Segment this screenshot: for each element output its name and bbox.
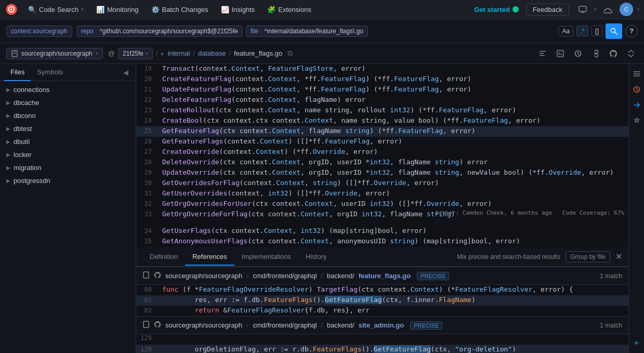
chevron-icon: ▶ [6, 152, 10, 158]
help-button[interactable]: ? [625, 25, 638, 37]
sidebar-item-connections[interactable]: ▶ connections [0, 83, 136, 96]
github-icon-button[interactable] [607, 47, 620, 60]
tab-files[interactable]: Files [4, 64, 31, 81]
blame-tooltip: Author: Camden Cheek, 6 months ago Code … [435, 210, 624, 216]
svg-line-5 [615, 32, 617, 34]
sidebar-item-dbcache[interactable]: ▶ dbcache [0, 96, 136, 109]
panel-icon-2[interactable] [631, 84, 642, 95]
nav-insights[interactable]: 📈 Insights [216, 4, 260, 16]
result-file-header-2: sourcegraph/sourcegraph › cmd/frontend/g… [136, 316, 628, 334]
svg-rect-3 [579, 6, 586, 11]
add-panel-button[interactable]: + [631, 337, 642, 349]
chevron-icon: ▶ [6, 126, 10, 132]
result-repo-link-2[interactable]: sourcegraph/sourcegraph [165, 321, 242, 329]
interface-code-lines: 19 Transact(context.Context, FeatureFlag… [136, 64, 628, 247]
result-filename-2[interactable]: site_admin.go [359, 321, 404, 329]
code-line: 22 DeleteFeatureFlag(context.Context, fl… [136, 95, 628, 106]
close-panel-button[interactable]: ✕ [615, 252, 622, 262]
file-filter[interactable]: file:^internal/database/feature_flags\.g… [246, 25, 368, 37]
path-sep-3: / [229, 49, 231, 57]
tab-implementations[interactable]: Implementations [234, 249, 298, 266]
search-submit-button[interactable] [606, 23, 622, 39]
tab-history[interactable]: History [298, 249, 334, 266]
nav-monitoring[interactable]: 📊 Monitoring [91, 4, 144, 16]
result-file-header-1: sourcegraph/sourcegraph › cmd/frontend/g… [136, 267, 628, 285]
case-button[interactable]: Aa [558, 26, 573, 36]
regex-button[interactable]: .* [576, 25, 588, 36]
code-line: 23 CreateRollout(ctx context.Context, na… [136, 106, 628, 116]
sidebar-collapse-button[interactable]: ◀ [120, 67, 132, 78]
tab-symbols[interactable]: Symbols [31, 64, 69, 81]
nav-insights-label: Insights [232, 6, 255, 14]
context-selector[interactable]: context:sourcegraph [6, 25, 72, 37]
repo-selector[interactable]: sourcegraph/sourcegraph ▾ [6, 48, 103, 59]
search-bar-row: context:sourcegraph repo:^github\.com/so… [0, 19, 644, 43]
repo-filter[interactable]: repo:^github\.com/sourcegraph/sourcegrap… [76, 25, 243, 37]
path-sep-2: / [193, 49, 195, 57]
chevron-icon: ▶ [6, 178, 10, 184]
code-line: 28 DeleteOverride(ctx context.Context, o… [136, 158, 628, 168]
tab-definition[interactable]: Definition [142, 249, 185, 266]
group-by-button[interactable]: Group by file [566, 251, 610, 263]
insights-icon: 📈 [221, 6, 229, 14]
chevron-down-icon-repo: ▾ [96, 51, 98, 56]
repo-value: ^github\.com/sourcegraph/sourcegraph$@21… [99, 28, 238, 35]
nav-icons: ▾ C ▾ [575, 2, 640, 17]
tab-references-label: References [192, 253, 227, 260]
sidebar-item-label: connections [14, 86, 129, 94]
precise-badge-1: PRECISE [417, 272, 449, 280]
svg-rect-11 [540, 55, 545, 56]
commit-selector[interactable]: 21f25fe ▾ [118, 48, 153, 59]
structural-button[interactable]: [] [592, 25, 602, 36]
mix-results-button[interactable]: Mix precise and search-based results [457, 253, 560, 260]
nav-batch-changes[interactable]: ⚙️ Batch Changes [146, 4, 214, 16]
copy-path-button[interactable]: ⧉ [287, 49, 293, 58]
panel-icon-3[interactable] [631, 99, 642, 111]
get-started-label: Get started [474, 6, 510, 14]
result-repo-link-1[interactable]: sourcegraph/sourcegraph [165, 272, 242, 280]
nav-batch-changes-label: Batch Changes [162, 6, 208, 14]
main-content: Files Symbols ◀ ▶ connections ▶ dbcache … [0, 64, 644, 353]
code-line-81: 81 res, err := f.db.FeatureFlags().GetFe… [136, 295, 628, 306]
sidebar-item-postgressdn[interactable]: ▶ postgressdn [0, 174, 136, 187]
code-line-highlighted: 25 GetFeatureFlag(ctx context.Context, f… [136, 126, 628, 137]
panel-icon-1[interactable] [631, 68, 642, 80]
link-icon-button[interactable] [589, 47, 602, 60]
path-internal[interactable]: internal [168, 49, 190, 57]
sidebar-item-dbutil[interactable]: ▶ dbutil [0, 135, 136, 148]
sidebar-item-locker[interactable]: ▶ locker [0, 148, 136, 161]
collapse-icon-button[interactable] [624, 47, 638, 60]
main-wrapper: 19 Transact(context.Context, FeatureFlag… [136, 64, 644, 353]
tab-implementations-label: Implementations [242, 253, 291, 260]
nav-extensions[interactable]: 🧩 Extensions [262, 4, 317, 16]
code-line: 27 CreateOverride(context.Context) (*ff.… [136, 147, 628, 158]
sidebar-item-migration[interactable]: ▶ migration [0, 161, 136, 174]
screen-icon-button[interactable] [575, 2, 590, 17]
context-key: context [11, 28, 31, 35]
result-path-1: cmd/frontend/graphql [253, 272, 317, 280]
search-icon: 🔍 [28, 6, 36, 14]
tab-symbols-label: Symbols [37, 68, 63, 76]
format-icon-button[interactable] [536, 47, 549, 60]
feedback-button[interactable]: Feedback [526, 4, 569, 16]
sidebar-item-dbconn[interactable]: ▶ dbconn [0, 109, 136, 122]
raw-icon-button[interactable] [554, 47, 567, 60]
sidebar-file-list: ▶ connections ▶ dbcache ▶ dbconn ▶ dbtes… [0, 81, 136, 189]
code-line-80: 80 func (f *FeatureFlagOverrideResolver)… [136, 285, 628, 295]
code-line: 30 GetOverridesForFlag(context.Context, … [136, 178, 628, 189]
get-started-button[interactable]: Get started [469, 4, 524, 16]
result-filename-1[interactable]: feature_flags.go [359, 272, 411, 280]
history-icon-button[interactable] [571, 47, 585, 60]
tab-references[interactable]: References [185, 249, 234, 266]
panel-icon-4[interactable] [631, 115, 642, 126]
nav-code-search[interactable]: 🔍 Code Search ▾ [23, 4, 89, 16]
avatar[interactable]: C [620, 3, 633, 16]
sidebar-item-dbtest[interactable]: ▶ dbtest [0, 122, 136, 135]
sidebar-collapse: ◀ [120, 64, 132, 81]
cloud-icon-button[interactable] [601, 2, 615, 17]
result-path-2b: backend/ [327, 321, 354, 329]
path-filename: feature_flags.go [234, 49, 282, 57]
path-database[interactable]: database [198, 49, 226, 57]
logo [4, 2, 19, 17]
chevron-down-icon-commit: ▾ [146, 51, 148, 56]
